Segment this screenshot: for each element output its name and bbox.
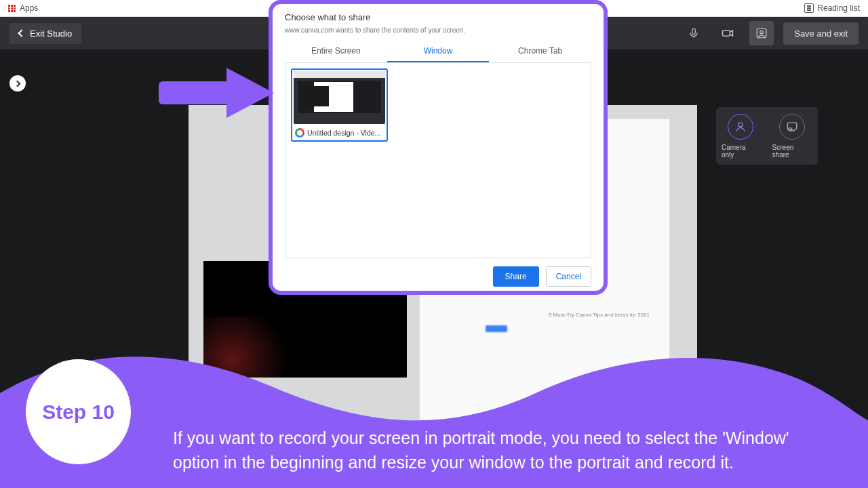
expand-sidebar-button[interactable] xyxy=(9,75,26,92)
chrome-icon xyxy=(295,128,304,138)
screen-share-option[interactable]: Screen share xyxy=(772,114,812,159)
window-thumbnail-preview xyxy=(294,71,385,124)
dialog-subtitle: www.canva.com wants to share the content… xyxy=(285,26,591,34)
recording-mode-panel: Camera only Screen share xyxy=(716,107,818,165)
chevron-left-icon xyxy=(18,29,25,37)
tab-chrome-tab[interactable]: Chrome Tab xyxy=(489,41,591,62)
svg-point-4 xyxy=(738,123,743,127)
apps-label: Apps xyxy=(20,3,38,13)
svg-marker-8 xyxy=(226,68,274,118)
exit-studio-button[interactable]: Exit Studio xyxy=(9,23,81,44)
svg-rect-7 xyxy=(159,81,233,104)
screen-share-label: Screen share xyxy=(772,144,812,159)
reading-list-icon xyxy=(804,3,814,13)
person-square-icon xyxy=(755,27,768,39)
dialog-title: Choose what to share xyxy=(285,12,591,22)
svg-rect-0 xyxy=(692,28,696,34)
canvas-blurred-text: 8 Must-Try Canva Tips and Ideas for 2021 xyxy=(549,312,650,318)
apps-shortcut[interactable]: Apps xyxy=(8,3,38,13)
share-body: Untitled design - Vide... xyxy=(285,63,591,258)
annotation-arrow-icon xyxy=(159,68,274,122)
svg-rect-1 xyxy=(723,30,730,36)
tab-window[interactable]: Window xyxy=(387,41,490,62)
dialog-actions: Share Cancel xyxy=(285,266,591,287)
exit-studio-label: Exit Studio xyxy=(30,28,72,39)
camera-only-option[interactable]: Camera only xyxy=(722,114,760,159)
tab-entire-screen[interactable]: Entire Screen xyxy=(285,41,387,62)
chevron-right-icon xyxy=(14,80,20,87)
save-and-exit-button[interactable]: Save and exit xyxy=(783,22,859,45)
microphone-button[interactable] xyxy=(682,21,706,45)
reading-list-label: Reading list xyxy=(817,3,860,13)
camera-only-label: Camera only xyxy=(722,144,760,159)
svg-rect-2 xyxy=(757,28,766,38)
camera-button[interactable] xyxy=(715,21,740,45)
header-actions: Save and exit xyxy=(682,21,859,45)
person-icon xyxy=(734,121,747,133)
window-thumbnail[interactable]: Untitled design - Vide... xyxy=(291,68,388,142)
screen-share-icon xyxy=(786,121,798,133)
share-tabs: Entire Screen Window Chrome Tab xyxy=(285,41,591,63)
window-thumbnail-label: Untitled design - Vide... xyxy=(307,129,380,137)
reading-list-button[interactable]: Reading list xyxy=(804,3,860,13)
screen-share-circle xyxy=(779,114,805,140)
canvas-blurred-pill xyxy=(486,325,507,332)
svg-point-3 xyxy=(760,30,764,34)
microphone-icon xyxy=(688,27,700,39)
apps-grid-icon xyxy=(8,5,16,12)
tutorial-step-overlay: Step 10 If you want to record your scree… xyxy=(0,339,868,488)
cancel-button[interactable]: Cancel xyxy=(546,266,591,287)
camera-icon xyxy=(721,26,734,40)
camera-only-circle xyxy=(728,114,753,140)
presenter-button[interactable] xyxy=(749,21,774,45)
share-dialog: Choose what to share www.canva.com wants… xyxy=(269,0,608,295)
share-button[interactable]: Share xyxy=(493,266,539,287)
step-instruction-text: If you want to record your screen in por… xyxy=(173,426,800,475)
window-thumbnail-caption: Untitled design - Vide... xyxy=(294,124,385,139)
step-badge: Step 10 xyxy=(26,359,131,464)
